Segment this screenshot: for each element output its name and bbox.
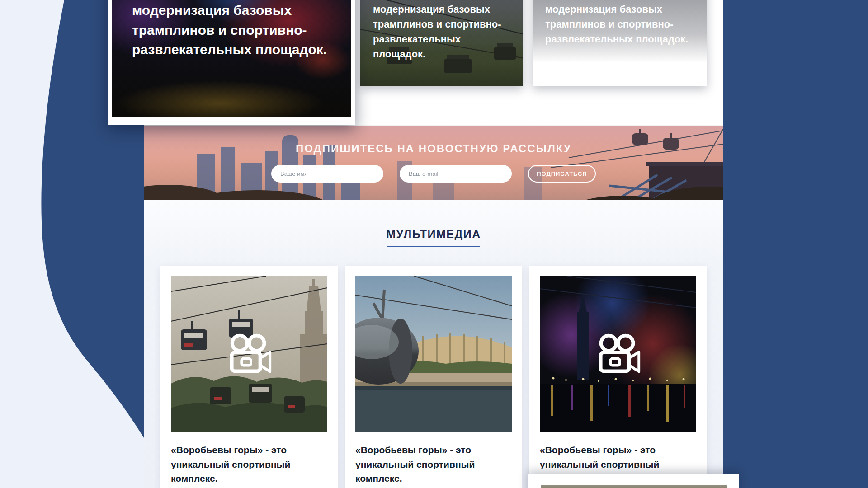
- video-camera-icon: [591, 331, 645, 376]
- subscribe-button[interactable]: ПОДПИСАТЬСЯ: [528, 165, 596, 183]
- multimedia-card-row: «Воробьевы горы» - это уникальный спорти…: [144, 266, 723, 488]
- hero-card-text: модернизация базовых трамплинов и спорти…: [360, 0, 523, 61]
- newsletter-banner: ПОДПИШИТЕСЬ НА НОВОСТНУЮ РАССЫЛКУ ПОДПИС…: [144, 125, 723, 200]
- media-thumbnail: [171, 276, 327, 432]
- hero-card-night-fireworks[interactable]: модернизация базовых трамплинов и спорти…: [108, 0, 355, 125]
- newsletter-title: ПОДПИШИТЕСЬ НА НОВОСТНУЮ РАССЫЛКУ: [144, 142, 723, 155]
- name-input[interactable]: [271, 165, 383, 183]
- media-thumbnail: [355, 276, 512, 432]
- gondola-stadium-image: [355, 276, 512, 432]
- media-thumbnail: [540, 276, 696, 432]
- media-card-gondola-stadium[interactable]: «Воробьевы горы» - это уникальный спорти…: [345, 266, 522, 488]
- multimedia-section: МУЛЬТИМЕДИА: [144, 200, 723, 488]
- night-fireworks-image: модернизация базовых трамплинов и спорти…: [112, 0, 351, 117]
- city-skyline-image: [144, 126, 723, 200]
- bottom-popup-panel[interactable]: [528, 474, 739, 488]
- hero-card-station-interior[interactable]: модернизация базовых трамплинов и спорти…: [533, 0, 707, 86]
- popup-preview-image: [541, 485, 727, 488]
- media-caption: «Воробьевы горы» - это уникальный спорти…: [355, 443, 512, 486]
- media-card-night-show[interactable]: «Воробьевы горы» - это уникальный спорти…: [529, 266, 707, 488]
- hero-card-cableway-day[interactable]: модернизация базовых трамплинов и спорти…: [360, 0, 523, 86]
- multimedia-title: МУЛЬТИМЕДИА: [144, 228, 723, 241]
- email-input[interactable]: [400, 165, 512, 183]
- media-caption: «Воробьевы горы» - это уникальный спорти…: [171, 443, 327, 486]
- video-camera-icon: [222, 331, 276, 376]
- newsletter-form: ПОДПИСАТЬСЯ: [144, 165, 723, 183]
- title-underline: [387, 246, 480, 247]
- hero-card-text: модернизация базовых трамплинов и спорти…: [533, 0, 707, 47]
- hero-card-text: модернизация базовых трамплинов и спорти…: [112, 0, 351, 60]
- media-card-cableway-msu[interactable]: «Воробьевы горы» - это уникальный спорти…: [160, 266, 338, 488]
